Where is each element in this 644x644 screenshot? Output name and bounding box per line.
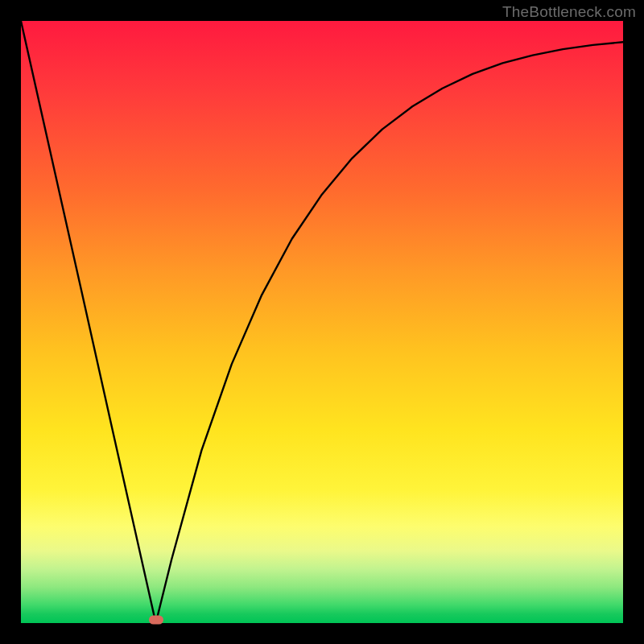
plot-area [21,21,623,623]
bottleneck-curve [21,21,623,623]
optimum-marker [149,616,163,625]
curve-layer [21,21,623,623]
chart-frame: TheBottleneck.com [0,0,644,644]
watermark-text: TheBottleneck.com [502,3,636,21]
